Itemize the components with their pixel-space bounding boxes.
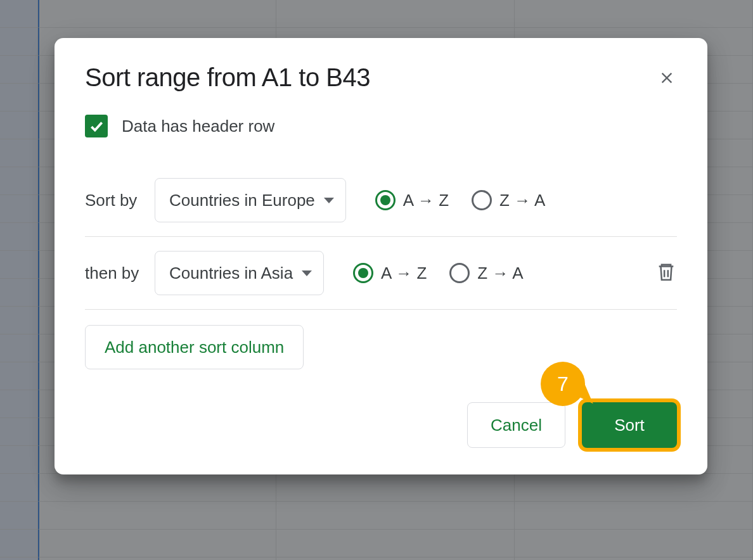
- divider: [85, 309, 677, 310]
- sort-rule-prefix: Sort by: [85, 191, 143, 210]
- radio-az[interactable]: A → Z: [353, 263, 427, 283]
- caret-down-icon: [302, 270, 312, 276]
- sort-column-dropdown[interactable]: Countries in Asia: [155, 251, 324, 295]
- header-row-checkbox[interactable]: [85, 115, 108, 137]
- radio-az[interactable]: A → Z: [375, 190, 449, 210]
- sort-column-dropdown[interactable]: Countries in Europe: [155, 178, 346, 222]
- radio-label: Z → A: [477, 264, 523, 283]
- close-icon[interactable]: [657, 68, 677, 88]
- caret-down-icon: [324, 198, 334, 203]
- delete-rule-button[interactable]: [655, 261, 677, 285]
- dialog-title: Sort range from A1 to B43: [85, 63, 370, 92]
- radio-label: A → Z: [381, 264, 427, 283]
- sort-range-dialog: Sort range from A1 to B43 Data has heade…: [55, 38, 707, 474]
- add-sort-column-button[interactable]: Add another sort column: [85, 325, 304, 369]
- cancel-button[interactable]: Cancel: [467, 402, 565, 448]
- step-callout: 7: [541, 362, 585, 406]
- sort-rule: Sort by Countries in Europe A → Z Z → A: [85, 164, 677, 236]
- radio-za[interactable]: Z → A: [449, 263, 523, 283]
- radio-label: Z → A: [499, 191, 545, 210]
- radio-label: A → Z: [403, 191, 449, 210]
- sort-rule-prefix: then by: [85, 264, 143, 283]
- sort-rule: then by Countries in Asia A → Z Z → A: [85, 237, 677, 309]
- sort-button[interactable]: Sort: [582, 402, 677, 448]
- dropdown-value: Countries in Asia: [169, 264, 293, 283]
- step-number: 7: [557, 372, 569, 396]
- dropdown-value: Countries in Europe: [169, 191, 315, 210]
- header-row-label: Data has header row: [122, 117, 274, 136]
- radio-za[interactable]: Z → A: [472, 190, 545, 210]
